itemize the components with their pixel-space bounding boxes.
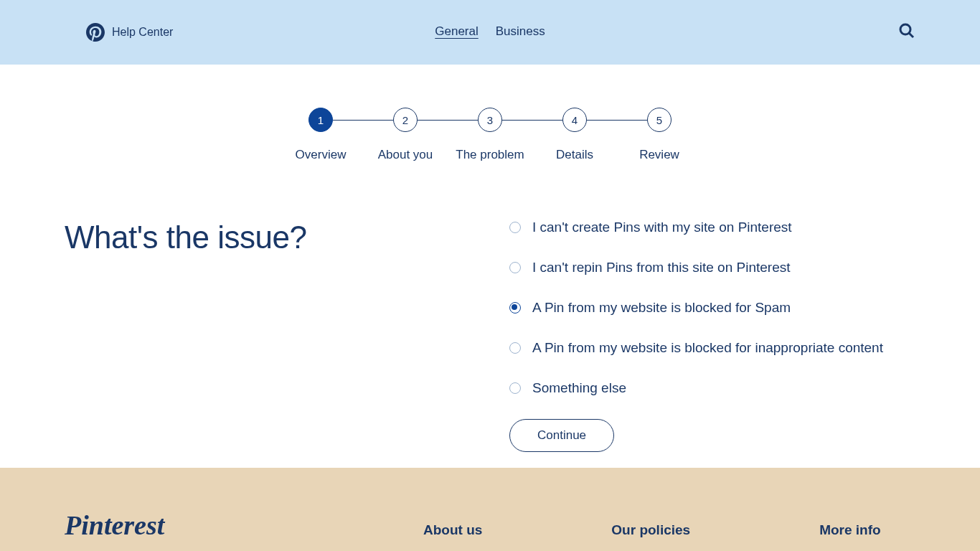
footer-our-policies[interactable]: Our policies bbox=[611, 522, 690, 538]
options-column: I can't create Pins with my site on Pint… bbox=[509, 220, 915, 452]
svg-line-1 bbox=[909, 33, 913, 37]
main-content: What's the issue? I can't create Pins wi… bbox=[0, 220, 980, 452]
step-the-problem[interactable]: 3 The problem bbox=[448, 108, 532, 162]
radio-option-blocked-inappropriate[interactable]: A Pin from my website is blocked for ina… bbox=[509, 340, 915, 356]
header-tabs: General Business bbox=[435, 24, 545, 40]
step-label: The problem bbox=[456, 148, 524, 162]
step-connector bbox=[502, 120, 562, 121]
radio-icon bbox=[509, 382, 521, 394]
radio-icon bbox=[509, 262, 521, 273]
question-column: What's the issue? bbox=[65, 220, 509, 452]
step-overview[interactable]: 1 Overview bbox=[278, 108, 363, 162]
radio-option-cant-create-pins[interactable]: I can't create Pins with my site on Pint… bbox=[509, 220, 915, 235]
radio-option-blocked-spam[interactable]: A Pin from my website is blocked for Spa… bbox=[509, 300, 915, 316]
tab-general[interactable]: General bbox=[435, 24, 478, 40]
progress-stepper: 1 Overview 2 About you 3 The problem 4 D… bbox=[0, 108, 980, 162]
radio-label: Something else bbox=[532, 380, 626, 396]
step-connector bbox=[418, 120, 478, 121]
step-number: 5 bbox=[647, 108, 672, 132]
step-label: Details bbox=[556, 148, 593, 162]
step-label: Review bbox=[639, 148, 679, 162]
footer-logo[interactable]: Pinterest bbox=[65, 509, 423, 541]
step-number: 4 bbox=[562, 108, 587, 132]
step-connector bbox=[333, 120, 393, 121]
step-about-you[interactable]: 2 About you bbox=[363, 108, 448, 162]
step-review[interactable]: 5 Review bbox=[617, 108, 702, 162]
radio-option-something-else[interactable]: Something else bbox=[509, 380, 915, 396]
step-label: About you bbox=[378, 148, 433, 162]
footer-more-info[interactable]: More info bbox=[819, 522, 881, 538]
footer: Pinterest About us Our policies More inf… bbox=[0, 468, 980, 551]
header-brand[interactable]: Help Center bbox=[86, 23, 173, 42]
step-details[interactable]: 4 Details bbox=[532, 108, 617, 162]
step-label: Overview bbox=[296, 148, 347, 162]
step-number: 2 bbox=[393, 108, 418, 132]
header-bar: Help Center General Business bbox=[0, 0, 980, 65]
continue-button[interactable]: Continue bbox=[509, 419, 614, 452]
step-connector bbox=[587, 120, 647, 121]
footer-columns: About us Our policies More info bbox=[423, 522, 881, 538]
issue-radio-group: I can't create Pins with my site on Pint… bbox=[509, 220, 915, 396]
radio-label: I can't create Pins with my site on Pint… bbox=[532, 220, 792, 235]
radio-icon bbox=[509, 222, 521, 233]
search-icon[interactable] bbox=[898, 22, 915, 39]
tab-business[interactable]: Business bbox=[496, 24, 545, 40]
help-center-label: Help Center bbox=[112, 26, 173, 39]
question-title: What's the issue? bbox=[65, 220, 509, 255]
svg-point-0 bbox=[900, 24, 910, 34]
radio-label: A Pin from my website is blocked for ina… bbox=[532, 340, 883, 356]
radio-label: A Pin from my website is blocked for Spa… bbox=[532, 300, 791, 316]
step-number: 1 bbox=[308, 108, 333, 132]
radio-label: I can't repin Pins from this site on Pin… bbox=[532, 260, 791, 276]
step-number: 3 bbox=[478, 108, 502, 132]
radio-icon bbox=[509, 342, 521, 354]
radio-option-cant-repin[interactable]: I can't repin Pins from this site on Pin… bbox=[509, 260, 915, 276]
radio-icon bbox=[509, 302, 521, 314]
pinterest-icon bbox=[86, 23, 105, 42]
footer-about-us[interactable]: About us bbox=[423, 522, 482, 538]
